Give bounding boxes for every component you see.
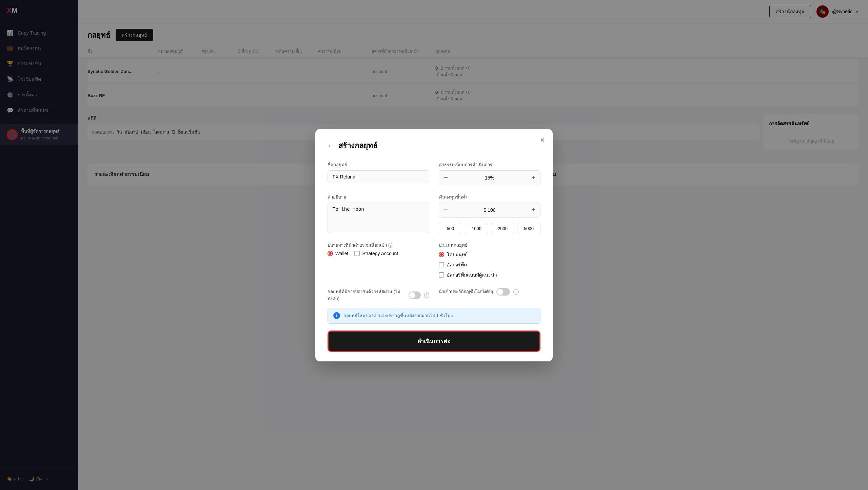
modal-overlay: ← สร้างกลยุทธ์ × ชื่อกลยุทธ์ ค่าธรรมเนีย… <box>0 0 868 490</box>
strategy-name-group: ชื่อกลยุทธ์ <box>328 161 429 185</box>
investment-presets: 500 1000 2000 5000 <box>439 223 540 234</box>
import-info-icon[interactable]: i <box>513 289 519 295</box>
import-toggle-row: นำเข้าประวัติบัญชี (ไม่บังคับ) i <box>439 288 540 296</box>
commission-label: ค่าธรรมเนียมการดำเนินการ <box>439 161 540 168</box>
description-label: คำอธิบาย <box>328 193 429 201</box>
description-input[interactable]: To the moon <box>328 203 429 233</box>
preset-5000-button[interactable]: 5000 <box>517 223 540 234</box>
password-info-icon[interactable]: i <box>424 293 429 298</box>
type-human-option[interactable]: โดยมนุษย์ <box>439 251 540 258</box>
modal-section-2: ปลายทางที่นำค่าธรรมเนียมเข้า i Wallet St… <box>328 242 540 302</box>
password-toggle-row: กลยุทธ์ที่มีการป้องกันด้วยรหัสผ่าน (ไม่บ… <box>328 288 429 302</box>
info-icon: i <box>333 312 340 319</box>
dest-wallet-radio[interactable] <box>328 251 333 256</box>
import-history-label: นำเข้าประวัติบัญชี (ไม่บังคับ) <box>439 288 493 295</box>
password-protect-group: กลยุทธ์ที่มีการป้องกันด้วยรหัสผ่าน (ไม่บ… <box>328 287 429 302</box>
type-algo-checkbox[interactable] <box>439 262 444 267</box>
dest-account-checkbox[interactable] <box>354 251 360 256</box>
create-strategy-modal: ← สร้างกลยุทธ์ × ชื่อกลยุทธ์ ค่าธรรมเนีย… <box>315 129 553 361</box>
import-history-group: นำเข้าประวัติบัญชี (ไม่บังคับ) i <box>439 287 540 302</box>
type-human-label: โดยมนุษย์ <box>447 251 468 258</box>
modal-header: ← สร้างกลยุทธ์ <box>328 140 540 152</box>
info-text: กลยุทธ์ใหม่ของท่านจะปรากฎขึ้นหลังจากผ่าน… <box>343 312 453 319</box>
investment-value: $ 100 <box>453 207 527 213</box>
modal-back-button[interactable]: ← <box>328 142 334 149</box>
preset-1000-button[interactable]: 1000 <box>465 223 488 234</box>
description-group: คำอธิบาย To the moon <box>328 193 429 234</box>
type-advised-algo-label: อัลกอริทึมแบบมีผู้แนะนำ <box>447 271 497 279</box>
min-investment-label: เงินลงทุนขั้นต่ำ <box>439 193 540 201</box>
investment-increase-button[interactable]: + <box>527 203 540 217</box>
commission-group: ค่าธรรมเนียมการดำเนินการ − 15% + <box>439 161 540 185</box>
investment-control: − $ 100 + <box>439 203 540 218</box>
min-investment-group: เงินลงทุนขั้นต่ำ − $ 100 + 500 1000 2000… <box>439 193 540 234</box>
submit-button[interactable]: ดำเนินการต่อ <box>328 331 540 352</box>
dest-wallet-label: Wallet <box>335 251 348 256</box>
type-algo-option[interactable]: อัลกอริทึม <box>439 261 540 268</box>
strategy-name-label: ชื่อกลยุทธ์ <box>328 161 429 168</box>
modal-close-button[interactable]: × <box>540 136 545 145</box>
modal-title: สร้างกลยุทธ์ <box>338 140 377 152</box>
preset-500-button[interactable]: 500 <box>439 223 462 234</box>
type-advised-algo-option[interactable]: อัลกอริทึมแบบมีผู้แนะนำ <box>439 271 540 279</box>
commission-value: 15% <box>453 175 527 181</box>
commission-control: − 15% + <box>439 170 540 185</box>
destination-options: Wallet Strategy Account <box>328 251 429 256</box>
dest-account-option[interactable]: Strategy Account <box>354 251 398 256</box>
password-protect-toggle[interactable] <box>409 291 421 299</box>
modal-form: ชื่อกลยุทธ์ ค่าธรรมเนียมการดำเนินการ − 1… <box>328 161 540 234</box>
destination-group: ปลายทางที่นำค่าธรรมเนียมเข้า i Wallet St… <box>328 242 429 279</box>
destination-label: ปลายทางที่นำค่าธรรมเนียมเข้า i <box>328 242 429 249</box>
strategy-type-group: ประเภทกลยุทธ์ โดยมนุษย์ อัลกอริทึม อัลกอ… <box>439 242 540 279</box>
strategy-type-label: ประเภทกลยุทธ์ <box>439 242 540 249</box>
commission-increase-button[interactable]: + <box>527 171 540 185</box>
password-protect-label: กลยุทธ์ที่มีการป้องกันด้วยรหัสผ่าน (ไม่บ… <box>328 288 405 302</box>
investment-decrease-button[interactable]: − <box>439 203 453 217</box>
type-human-radio[interactable] <box>439 252 444 257</box>
commission-decrease-button[interactable]: − <box>439 171 453 185</box>
type-algo-label: อัลกอริทึม <box>447 261 467 268</box>
dest-account-label: Strategy Account <box>362 251 398 256</box>
strategy-type-options: โดยมนุษย์ อัลกอริทึม อัลกอริทึมแบบมีผู้แ… <box>439 251 540 279</box>
info-badge: i กลยุทธ์ใหม่ของท่านจะปรากฎขึ้นหลังจากผ่… <box>328 308 540 324</box>
dest-wallet-option[interactable]: Wallet <box>328 251 348 256</box>
import-history-toggle[interactable] <box>496 288 510 296</box>
strategy-name-input[interactable] <box>328 170 429 183</box>
type-advised-algo-checkbox[interactable] <box>439 272 444 278</box>
preset-2000-button[interactable]: 2000 <box>491 223 514 234</box>
